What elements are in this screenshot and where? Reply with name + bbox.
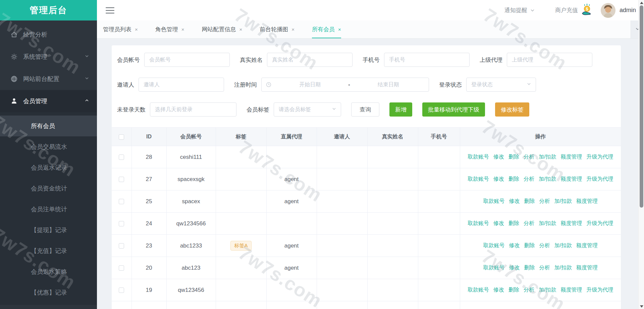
sidebar-subitem[interactable]: 【充值】记录: [0, 240, 97, 261]
sidebar-item-analysis[interactable]: 经营分析: [0, 24, 97, 46]
sidebar-subitem[interactable]: 会员资金统计: [0, 178, 97, 199]
batch-move-button[interactable]: 批量移动到代理下级: [422, 102, 485, 117]
row-checkbox[interactable]: [119, 265, 124, 271]
action-link[interactable]: 加/扣款: [539, 286, 556, 294]
action-link[interactable]: 分析: [524, 286, 534, 294]
sidebar-subitem[interactable]: 会员注单统计: [0, 199, 97, 220]
action-link[interactable]: 修改: [509, 198, 520, 205]
search-button[interactable]: 查询: [351, 102, 379, 117]
action-link[interactable]: 加/扣款: [539, 220, 556, 227]
gear-icon: [10, 53, 18, 61]
action-link[interactable]: 加/扣款: [554, 242, 572, 249]
scroll-up-arrow[interactable]: [639, 0, 644, 5]
tab-管理员列表[interactable]: 管理员列表×: [103, 20, 138, 38]
action-link[interactable]: 删除: [508, 176, 519, 183]
action-link[interactable]: 升级为代理: [586, 153, 613, 161]
scrollbar-thumb[interactable]: [640, 5, 643, 208]
action-link[interactable]: 取款账号: [483, 264, 505, 271]
action-link[interactable]: 加/扣款: [554, 198, 572, 205]
action-link[interactable]: 分析: [539, 242, 550, 249]
action-link[interactable]: 修改: [493, 286, 504, 294]
user-menu[interactable]: admin: [601, 3, 636, 18]
sidebar-item-members[interactable]: 会员管理: [0, 90, 97, 112]
action-link[interactable]: 取款账号: [468, 286, 489, 294]
真实姓名-input[interactable]: [267, 53, 353, 67]
close-icon[interactable]: ×: [181, 27, 184, 32]
inviter-input[interactable]: [139, 78, 224, 92]
scroll-down-arrow[interactable]: [639, 304, 644, 309]
action-link[interactable]: 分析: [524, 153, 534, 161]
action-link[interactable]: 额度管理: [576, 242, 598, 249]
tab-网站配置信息[interactable]: 网站配置信息×: [202, 20, 243, 38]
action-link[interactable]: 升级为代理: [586, 286, 613, 294]
notice-dropdown[interactable]: 通知提醒: [504, 6, 535, 14]
action-link[interactable]: 删除: [508, 220, 519, 227]
action-link[interactable]: 额度管理: [560, 220, 582, 227]
date-range-picker[interactable]: 开始日期 - 结束日期: [261, 78, 429, 92]
action-link[interactable]: 额度管理: [560, 153, 582, 161]
row-checkbox[interactable]: [119, 199, 124, 204]
sidebar-item-system[interactable]: 系统管理: [0, 46, 97, 68]
add-button[interactable]: 新增: [389, 102, 412, 117]
上级代理-input[interactable]: [507, 53, 592, 67]
select-all-checkbox[interactable]: [119, 134, 124, 140]
close-icon[interactable]: ×: [338, 27, 341, 32]
action-link[interactable]: 升级为代理: [586, 176, 613, 183]
menu-toggle-icon[interactable]: [105, 6, 115, 14]
action-link[interactable]: 额度管理: [560, 176, 582, 183]
tab-角色管理[interactable]: 角色管理×: [155, 20, 184, 38]
action-link[interactable]: 分析: [539, 198, 550, 205]
action-link[interactable]: 分析: [539, 264, 550, 271]
row-checkbox[interactable]: [119, 154, 124, 160]
action-link[interactable]: 额度管理: [576, 264, 598, 271]
action-link[interactable]: 额度管理: [576, 198, 598, 205]
action-link[interactable]: 删除: [508, 286, 519, 294]
close-icon[interactable]: ×: [135, 27, 138, 32]
sidebar-subitem[interactable]: 会员返水策略: [0, 261, 97, 282]
action-link[interactable]: 取款账号: [468, 153, 489, 161]
merchant-recharge-button[interactable]: 商户充值 $: [555, 3, 593, 17]
action-link[interactable]: 修改: [509, 242, 520, 249]
close-icon[interactable]: ×: [239, 27, 243, 32]
action-link[interactable]: 删除: [508, 153, 519, 161]
tab-前台轮播图[interactable]: 前台轮播图×: [260, 20, 294, 38]
row-checkbox[interactable]: [119, 221, 124, 226]
手机号-input[interactable]: [384, 53, 470, 67]
sidebar-subitem[interactable]: 【优惠】记录: [0, 282, 97, 303]
sidebar-subitem[interactable]: 会员交易流水: [0, 136, 97, 157]
action-link[interactable]: 取款账号: [483, 242, 505, 249]
avatar: [601, 3, 615, 18]
sidebar-subitem[interactable]: 所有会员: [0, 116, 97, 136]
edit-tag-button[interactable]: 修改标签: [495, 102, 529, 117]
action-link[interactable]: 加/扣款: [539, 153, 556, 161]
action-link[interactable]: 修改: [493, 220, 504, 227]
action-link[interactable]: 升级为代理: [586, 220, 613, 227]
close-icon[interactable]: ×: [291, 27, 294, 32]
action-link[interactable]: 删除: [524, 264, 535, 271]
row-checkbox[interactable]: [119, 243, 124, 249]
tab-所有会员[interactable]: 所有会员×: [312, 20, 341, 38]
sidebar-subitem[interactable]: 会员返水记录: [0, 157, 97, 178]
action-link[interactable]: 修改: [509, 264, 520, 271]
member-tag-select[interactable]: 请选会员标签: [274, 102, 341, 117]
action-link[interactable]: 分析: [524, 176, 534, 183]
action-link[interactable]: 修改: [493, 153, 504, 161]
row-checkbox[interactable]: [119, 177, 124, 182]
sidebar-subitem[interactable]: 【提现】记录: [0, 220, 97, 240]
会员帐号-input[interactable]: [144, 53, 230, 67]
sidebar-item-site-config[interactable]: 网站前台配置: [0, 68, 97, 90]
login-status-select[interactable]: 登录状态: [466, 78, 536, 92]
no-login-days-input[interactable]: [150, 102, 236, 117]
action-link[interactable]: 取款账号: [468, 176, 489, 183]
action-link[interactable]: 加/扣款: [539, 176, 556, 183]
action-link[interactable]: 分析: [524, 220, 534, 227]
action-link[interactable]: 额度管理: [560, 286, 582, 294]
action-link[interactable]: 删除: [524, 242, 535, 249]
action-link[interactable]: 加/扣款: [554, 264, 572, 271]
action-link[interactable]: 取款账号: [468, 220, 489, 227]
action-link[interactable]: 取款账号: [483, 198, 505, 205]
action-link[interactable]: 删除: [524, 198, 535, 205]
action-link[interactable]: 修改: [493, 176, 504, 183]
table-row: 27spacexsgkagent取款账号修改删除分析加/扣款额度管理升级为代理: [112, 168, 621, 190]
row-checkbox[interactable]: [119, 288, 124, 293]
